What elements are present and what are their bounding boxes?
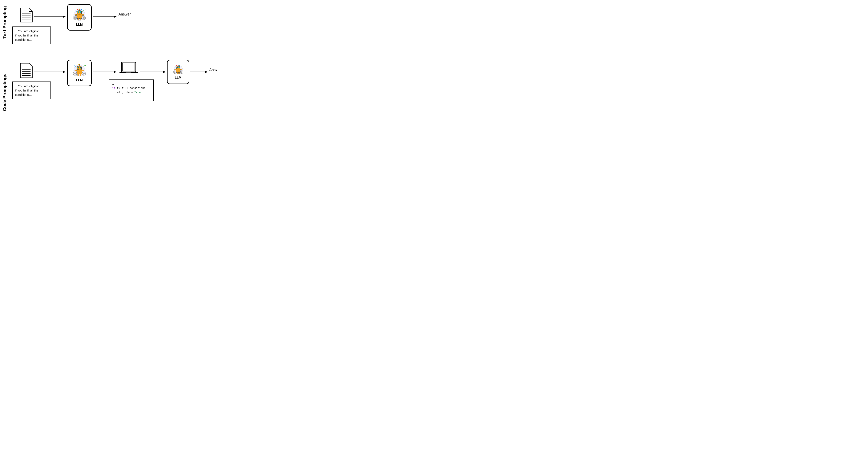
svg-rect-24 — [80, 18, 81, 20]
code-box: … if fulfill_conditions eligible = True … — [109, 80, 154, 101]
svg-point-64 — [74, 65, 74, 66]
svg-marker-42 — [63, 71, 66, 73]
svg-rect-73 — [126, 72, 131, 73]
svg-rect-67 — [81, 65, 82, 65]
svg-point-27 — [85, 9, 86, 10]
arrow-laptop-to-llm2-bottom — [140, 70, 166, 74]
llm-box-bottom-1: LLM — [67, 60, 92, 86]
answer-label-bottom: Answer — [209, 68, 217, 72]
llm-label-bottom-2: LLM — [175, 76, 182, 80]
svg-point-29 — [74, 9, 74, 10]
robot-icon-bottom-2 — [173, 64, 184, 76]
svg-point-78 — [174, 71, 175, 73]
svg-rect-30 — [77, 9, 78, 10]
svg-point-80 — [181, 71, 182, 73]
svg-point-86 — [179, 67, 179, 68]
svg-marker-36 — [29, 63, 33, 67]
arrow-llm2-to-answer-bottom — [190, 70, 208, 74]
code-var-eligible: eligible — [117, 91, 129, 94]
arrow-doc-to-llm-top — [34, 15, 66, 19]
svg-point-62 — [85, 65, 86, 66]
svg-point-52 — [78, 67, 79, 68]
svg-point-85 — [177, 67, 178, 68]
llm-box-top: LLM — [67, 4, 92, 31]
svg-point-17 — [78, 12, 79, 12]
svg-point-96 — [174, 65, 174, 66]
code-line-2: if fulfill_conditions — [112, 86, 150, 90]
svg-point-12 — [83, 17, 85, 19]
svg-marker-101 — [205, 71, 208, 73]
code-line-3: eligible = True — [112, 90, 150, 95]
svg-point-18 — [80, 12, 81, 12]
svg-rect-21 — [75, 14, 77, 16]
svg-rect-58 — [78, 74, 79, 76]
svg-rect-89 — [175, 69, 176, 70]
svg-rect-97 — [176, 65, 177, 66]
answer-label-top: Answer — [119, 12, 131, 17]
robot-icon-bottom-1 — [72, 64, 87, 78]
svg-rect-99 — [179, 65, 180, 66]
arrow-doc-to-llm1-bottom — [34, 70, 66, 74]
svg-rect-92 — [178, 72, 180, 74]
svg-rect-66 — [79, 64, 80, 65]
svg-marker-69 — [114, 71, 117, 73]
code-promptings-label: Code Promptings — [2, 62, 7, 111]
svg-marker-34 — [114, 16, 117, 18]
code-line-4: … — [112, 94, 150, 99]
svg-marker-7 — [63, 16, 66, 18]
robot-icon-top — [72, 8, 87, 22]
svg-marker-1 — [29, 8, 33, 11]
svg-rect-59 — [80, 74, 81, 76]
svg-rect-31 — [79, 9, 80, 9]
code-keyword-if: if — [112, 87, 116, 90]
code-val-true: True — [134, 91, 141, 94]
text-box-top: …You are eligible if you fulfill all the… — [12, 27, 51, 44]
svg-rect-90 — [180, 69, 182, 70]
svg-rect-91 — [177, 72, 178, 74]
arrow-llm1-to-laptop-bottom — [93, 70, 117, 74]
svg-point-10 — [74, 17, 76, 19]
document-icon-bottom — [20, 63, 33, 78]
svg-rect-98 — [177, 65, 178, 65]
code-line-1: … — [112, 82, 150, 86]
svg-rect-71 — [123, 63, 135, 71]
svg-rect-56 — [75, 70, 77, 71]
diagram: Text Prompting …You are eligible if you … — [0, 0, 217, 116]
svg-rect-65 — [77, 65, 78, 65]
code-op-equals: = — [131, 91, 134, 94]
document-icon-top — [20, 8, 33, 22]
llm-box-bottom-2: LLM — [167, 60, 189, 84]
code-var-fulfill: fulfill_conditions — [117, 87, 145, 90]
llm-label-top: LLM — [76, 23, 83, 27]
svg-marker-75 — [163, 71, 166, 73]
svg-point-53 — [80, 67, 81, 68]
llm-label-bottom-1: LLM — [76, 79, 83, 82]
svg-point-47 — [83, 73, 85, 75]
laptop-icon — [119, 61, 139, 78]
text-prompting-label: Text Prompting — [2, 6, 7, 39]
section-divider — [5, 57, 212, 57]
svg-rect-22 — [82, 14, 84, 16]
text-box-bottom: …You are eligible if you fulfill all the… — [12, 82, 51, 99]
svg-rect-32 — [81, 9, 82, 10]
svg-point-45 — [74, 73, 76, 75]
svg-rect-57 — [82, 70, 84, 71]
svg-rect-23 — [78, 18, 79, 20]
code-indent — [112, 91, 116, 94]
arrow-llm-to-answer-top — [93, 15, 117, 19]
svg-point-94 — [183, 65, 183, 66]
